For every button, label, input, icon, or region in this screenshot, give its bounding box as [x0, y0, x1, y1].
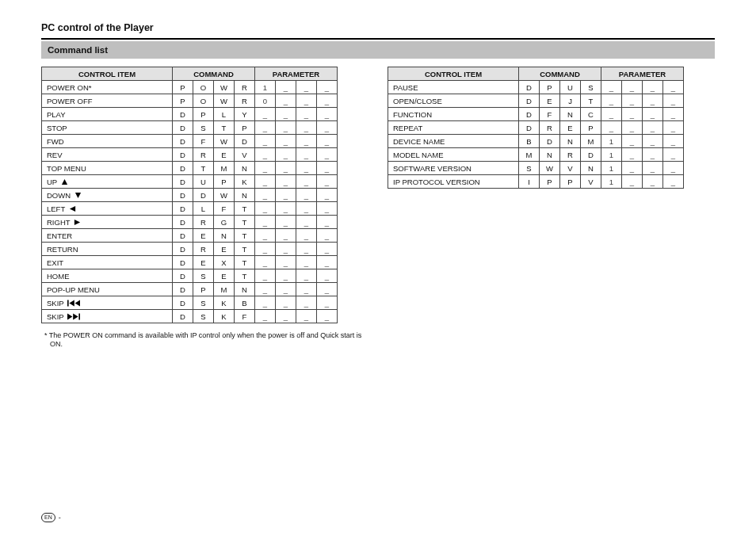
parameter-char-cell: 1	[601, 162, 622, 175]
command-table-left: CONTROL ITEMCOMMANDPARAMETERPOWER ON*POW…	[41, 67, 338, 323]
command-char-cell: S	[193, 269, 214, 283]
parameter-char-cell: 1	[601, 175, 622, 189]
parameter-char-cell: _	[317, 175, 338, 189]
parameter-char-cell: _	[317, 162, 338, 175]
parameter-char-cell: _	[622, 175, 643, 189]
control-item-cell: FWD	[42, 135, 173, 148]
parameter-char-cell: _	[317, 296, 338, 310]
command-char-cell: N	[581, 162, 601, 175]
parameter-char-cell: _	[255, 175, 276, 189]
parameter-char-cell: _	[317, 94, 338, 108]
parameter-char-cell: _	[255, 229, 276, 243]
table-row: REVDREV____	[42, 148, 338, 162]
command-char-cell: D	[173, 148, 193, 162]
parameter-char-cell: _	[296, 216, 317, 229]
parameter-char-cell: _	[296, 108, 317, 121]
parameter-char-cell: _	[296, 269, 317, 283]
command-char-cell: R	[193, 216, 214, 229]
parameter-char-cell: _	[296, 175, 317, 189]
parameter-char-cell: _	[622, 162, 643, 175]
parameter-char-cell: _	[643, 108, 663, 121]
parameter-char-cell: _	[317, 216, 338, 229]
command-char-cell: R	[540, 121, 560, 135]
control-item-cell: DEVICE NAME	[388, 135, 519, 148]
command-char-cell: M	[214, 283, 235, 296]
parameter-char-cell: _	[296, 148, 317, 162]
table-row: RETURNDRET____	[42, 243, 338, 256]
parameter-char-cell: _	[663, 108, 684, 121]
command-char-cell: V	[560, 162, 581, 175]
command-char-cell: S	[581, 81, 601, 94]
command-char-cell: N	[540, 148, 560, 162]
parameter-char-cell: _	[622, 81, 643, 94]
parameter-char-cell: 0	[255, 94, 276, 108]
parameter-char-cell: _	[663, 121, 684, 135]
parameter-char-cell: _	[255, 135, 276, 148]
command-char-cell: T	[214, 121, 235, 135]
language-badge: EN	[41, 513, 55, 522]
parameter-char-cell: _	[276, 202, 296, 216]
table-row: UP DUPK____	[42, 175, 338, 189]
control-item-label: SOFTWARE VERSION	[393, 164, 472, 173]
parameter-char-cell: _	[296, 310, 317, 323]
command-char-cell: D	[173, 108, 193, 121]
command-char-cell: P	[173, 94, 193, 108]
command-char-cell: L	[193, 202, 214, 216]
control-item-label: STOP	[47, 124, 67, 132]
command-char-cell: N	[235, 189, 255, 202]
command-char-cell: D	[519, 121, 540, 135]
command-char-cell: N	[235, 283, 255, 296]
page-footer: EN -	[41, 513, 61, 522]
control-item-label: MODEL NAME	[393, 151, 444, 159]
col-header-parameter: PARAMETER	[601, 67, 684, 81]
command-char-cell: T	[193, 162, 214, 175]
parameter-char-cell: _	[663, 135, 684, 148]
command-char-cell: R	[235, 81, 255, 94]
section-heading: Command list	[41, 41, 715, 59]
parameter-char-cell: _	[276, 162, 296, 175]
parameter-char-cell: _	[296, 121, 317, 135]
table-row: SKIP DSKF____	[42, 310, 338, 323]
parameter-char-cell: _	[296, 296, 317, 310]
command-char-cell: E	[214, 269, 235, 283]
footnote: * The POWER ON command is available with…	[44, 331, 367, 350]
svg-marker-8	[73, 314, 78, 320]
control-item-label: POWER OFF	[47, 97, 93, 105]
svg-marker-0	[62, 179, 67, 185]
control-item-label: PLAY	[47, 110, 66, 119]
parameter-char-cell: _	[622, 108, 643, 121]
control-item-label: UP	[47, 178, 57, 186]
command-char-cell: W	[214, 81, 235, 94]
control-item-label: POP-UP MENU	[47, 285, 100, 294]
table-row: PAUSEDPUS____	[388, 81, 684, 94]
command-char-cell: B	[235, 296, 255, 310]
command-char-cell: E	[214, 148, 235, 162]
parameter-char-cell: _	[317, 81, 338, 94]
parameter-char-cell: _	[276, 296, 296, 310]
command-char-cell: D	[173, 229, 193, 243]
control-item-cell: SOFTWARE VERSION	[388, 162, 519, 175]
parameter-char-cell: _	[296, 135, 317, 148]
command-char-cell: D	[173, 269, 193, 283]
parameter-char-cell: _	[643, 81, 663, 94]
control-item-label: EXIT	[47, 258, 63, 267]
svg-rect-4	[67, 300, 69, 307]
parameter-char-cell: _	[663, 148, 684, 162]
svg-marker-1	[75, 193, 81, 198]
command-char-cell: D	[173, 216, 193, 229]
command-char-cell: M	[581, 135, 601, 148]
table-row: DEVICE NAMEBDNM1___	[388, 135, 684, 148]
command-char-cell: T	[235, 269, 255, 283]
skip-back-icon	[67, 300, 80, 307]
parameter-char-cell: _	[296, 189, 317, 202]
col-header-control: CONTROL ITEM	[42, 67, 173, 81]
command-char-cell: T	[235, 256, 255, 269]
control-item-cell: SKIP	[42, 296, 173, 310]
parameter-char-cell: _	[317, 108, 338, 121]
command-char-cell: B	[519, 135, 540, 148]
command-char-cell: F	[540, 108, 560, 121]
parameter-char-cell: _	[601, 81, 622, 94]
control-item-label: FUNCTION	[393, 110, 432, 119]
command-char-cell: D	[173, 202, 193, 216]
table-row: SOFTWARE VERSIONSWVN1___	[388, 162, 684, 175]
